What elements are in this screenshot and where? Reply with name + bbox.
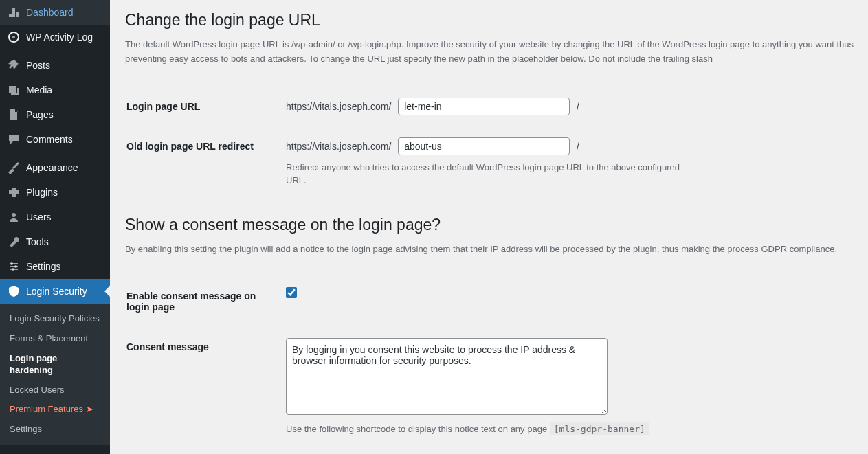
login-security-submenu: Login Security Policies Forms & Placemen… (0, 304, 110, 445)
sidebar-item-tools[interactable]: Tools (0, 229, 110, 254)
url-prefix: https://vitals.joseph.com/ (286, 101, 391, 112)
sidebar-item-appearance[interactable]: Appearance (0, 155, 110, 180)
url-suffix: / (577, 141, 579, 152)
dashboard-icon (7, 5, 21, 19)
section-heading-change-url: Change the login page URL (125, 11, 868, 30)
section-heading-consent: Show a consent message on the login page… (125, 216, 868, 234)
pin-icon (7, 58, 21, 72)
section-desc-change-url: The default WordPress login page URL is … (125, 38, 868, 67)
user-icon (7, 210, 21, 224)
section-desc-consent: By enabling this setting the plugin will… (125, 242, 868, 257)
svg-point-4 (14, 265, 17, 268)
submenu-forms[interactable]: Forms & Placement (0, 329, 110, 349)
sidebar-item-label: Users (26, 212, 52, 223)
activity-icon (7, 30, 21, 44)
sidebar-item-plugins[interactable]: Plugins (0, 180, 110, 205)
svg-point-1 (12, 36, 15, 38)
old-url-input[interactable] (398, 137, 570, 155)
submenu-hardening[interactable]: Login page hardening (0, 349, 110, 381)
sidebar-item-label: Login Security (26, 286, 87, 297)
svg-point-3 (10, 262, 13, 265)
submenu-settings[interactable]: Settings (0, 420, 110, 440)
sidebar-item-label: Tools (26, 236, 49, 247)
tool-icon (7, 235, 21, 249)
plugin-icon (7, 185, 21, 199)
media-icon (7, 83, 21, 97)
settings-icon (7, 260, 21, 273)
main-content: Change the login page URL The default Wo… (110, 0, 868, 454)
sidebar-item-settings[interactable]: Settings (0, 254, 110, 279)
sidebar-item-label: WP Activity Log (26, 32, 93, 43)
page-icon (7, 108, 21, 122)
sidebar-item-label: Dashboard (26, 7, 74, 18)
svg-point-5 (12, 268, 14, 271)
sidebar-item-label: Comments (26, 134, 73, 145)
sidebar-item-media[interactable]: Media (0, 78, 110, 102)
login-url-input[interactable] (398, 98, 570, 115)
enable-consent-checkbox[interactable] (286, 287, 297, 298)
sidebar-item-label: Appearance (26, 162, 78, 173)
sidebar-item-label: Posts (26, 60, 50, 71)
sidebar-item-posts[interactable]: Posts (0, 53, 110, 78)
sidebar-item-label: Media (26, 84, 52, 95)
consent-message-textarea[interactable] (286, 338, 608, 415)
sidebar-item-label: Plugins (26, 187, 58, 198)
sidebar-item-dashboard[interactable]: Dashboard (0, 0, 110, 25)
submenu-policies[interactable]: Login Security Policies (0, 309, 110, 329)
admin-sidebar: Dashboard WP Activity Log Posts Media Pa… (0, 0, 110, 454)
url-suffix: / (577, 101, 579, 112)
sidebar-item-comments[interactable]: Comments (0, 127, 110, 152)
login-url-label: Login page URL (126, 87, 278, 126)
sidebar-item-label: Pages (26, 109, 54, 120)
sidebar-item-activity-log[interactable]: WP Activity Log (0, 25, 110, 49)
sidebar-item-login-security[interactable]: Login Security (0, 279, 110, 304)
shortcode-code: [mls-gdpr-banner] (550, 422, 649, 435)
sidebar-item-pages[interactable]: Pages (0, 102, 110, 127)
shield-icon (7, 284, 21, 298)
url-prefix: https://vitals.joseph.com/ (286, 141, 391, 152)
sidebar-item-users[interactable]: Users (0, 205, 110, 229)
old-url-label: Old login page URL redirect (126, 127, 278, 198)
shortcode-help: Use the following shortcode to display t… (286, 422, 685, 436)
submenu-locked[interactable]: Locked Users (0, 381, 110, 400)
consent-message-label: Consent message (126, 328, 278, 446)
svg-point-2 (12, 213, 16, 217)
old-url-help: Redirect anyone who tries to access the … (286, 161, 685, 188)
appearance-icon (7, 161, 21, 174)
enable-consent-label: Enable consent message on login page (126, 277, 278, 326)
submenu-premium[interactable]: Premium Features ➤ (0, 400, 110, 420)
sidebar-item-label: Settings (26, 261, 61, 272)
comment-icon (7, 133, 21, 146)
